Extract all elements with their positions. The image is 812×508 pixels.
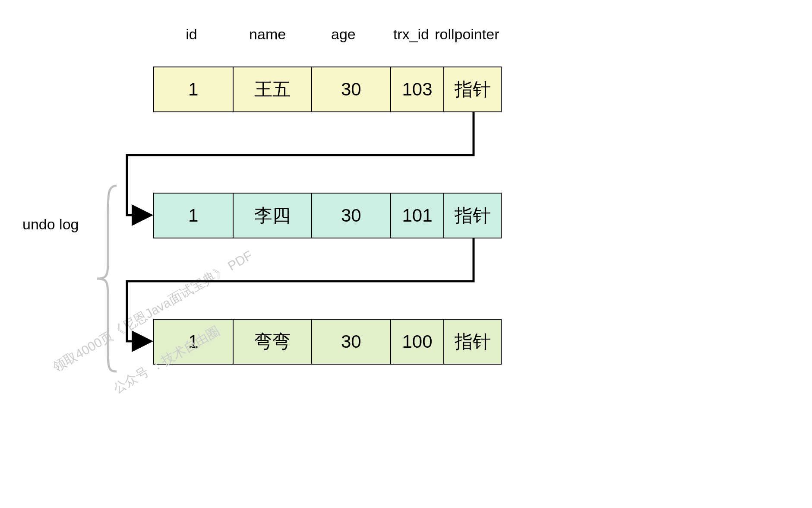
cell-name: 王五 bbox=[234, 67, 313, 111]
cell-id: 1 bbox=[154, 194, 234, 238]
cell-age: 30 bbox=[312, 194, 391, 238]
cell-rollpointer: 指针 bbox=[444, 67, 501, 111]
header-age: age bbox=[306, 26, 382, 43]
cell-age: 30 bbox=[312, 67, 391, 111]
diagram-canvas: id name age trx_id rollpointer 1 王五 30 1… bbox=[0, 0, 812, 508]
record-row-undo-1: 1 李四 30 101 指针 bbox=[153, 193, 502, 238]
header-rollpointer: rollpointer bbox=[433, 26, 502, 43]
cell-id: 1 bbox=[154, 67, 234, 111]
header-name: name bbox=[230, 26, 306, 43]
cell-trx-id: 103 bbox=[391, 67, 445, 111]
cell-trx-id: 100 bbox=[391, 320, 445, 364]
undo-log-label: undo log bbox=[22, 216, 79, 233]
cell-trx-id: 101 bbox=[391, 194, 445, 238]
record-row-current: 1 王五 30 103 指针 bbox=[153, 67, 502, 112]
column-headers: id name age trx_id rollpointer bbox=[153, 26, 502, 43]
cell-rollpointer: 指针 bbox=[444, 194, 501, 238]
header-id: id bbox=[153, 26, 230, 43]
cell-age: 30 bbox=[312, 320, 391, 364]
cell-rollpointer: 指针 bbox=[444, 320, 501, 364]
cell-name: 李四 bbox=[234, 194, 313, 238]
cell-name: 弯弯 bbox=[234, 320, 313, 364]
